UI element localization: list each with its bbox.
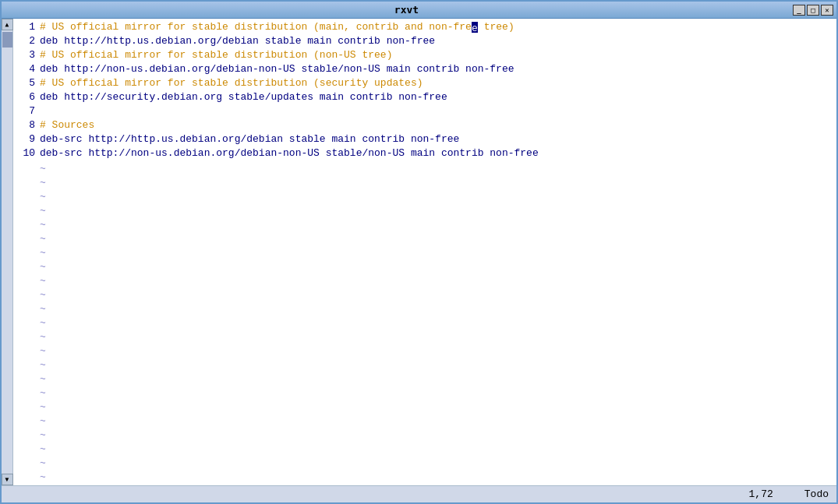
line-number-7: 7 — [16, 104, 40, 118]
line-content-1: # US official mirror for stable distribu… — [40, 20, 833, 34]
tilde-line: ~ — [16, 190, 833, 204]
line-content-3: # US official mirror for stable distribu… — [40, 48, 833, 62]
line-number-10: 10 — [16, 146, 40, 160]
line-number-5: 5 — [16, 76, 40, 90]
editor-mode: Todo — [804, 488, 829, 500]
tilde-line: ~ — [16, 358, 833, 372]
line-content-4: deb http://non-us.debian.org/debian-non-… — [40, 62, 833, 76]
titlebar-buttons: _ □ ✕ — [793, 5, 833, 16]
tilde-line: ~ — [16, 414, 833, 428]
tilde-line: ~ — [16, 400, 833, 414]
tilde-line: ~ — [16, 288, 833, 302]
window-title: rxvt — [20, 4, 793, 16]
tilde-line: ~ — [16, 232, 833, 246]
tilde-line: ~ — [16, 344, 833, 358]
tilde-line: ~ — [16, 302, 833, 316]
minimize-button[interactable]: _ — [793, 5, 805, 16]
tilde-line: ~ — [16, 316, 833, 330]
line-content-2: deb http://http.us.debian.org/debian sta… — [40, 34, 833, 48]
line-9: 9 deb-src http://http.us.debian.org/debi… — [16, 132, 833, 146]
line-content-6: deb http://security.debian.org stable/up… — [40, 90, 833, 104]
tilde-line: ~ — [16, 428, 833, 442]
tilde-line: ~ — [16, 372, 833, 386]
close-button[interactable]: ✕ — [821, 5, 833, 16]
tilde-line: ~ — [16, 204, 833, 218]
line-content-5: # US official mirror for stable distribu… — [40, 76, 833, 90]
line-2: 2 deb http://http.us.debian.org/debian s… — [16, 34, 833, 48]
line-8: 8 # Sources — [16, 118, 833, 132]
line-4: 4 deb http://non-us.debian.org/debian-no… — [16, 62, 833, 76]
tilde-line: ~ — [16, 456, 833, 471]
tilde-line: ~ — [16, 260, 833, 274]
line-3: 3 # US official mirror for stable distri… — [16, 48, 833, 62]
text-editor-content[interactable]: 1 # US official mirror for stable distri… — [13, 19, 836, 485]
editor-area: ▲ ▼ 1 # US official mirror for stable di… — [2, 19, 836, 485]
scrollbar-left[interactable]: ▲ ▼ — [2, 19, 13, 485]
tilde-line: ~ — [16, 386, 833, 400]
line-number-1: 1 — [16, 20, 40, 34]
statusbar: 1,72 Todo — [2, 485, 836, 502]
tilde-line: ~ — [16, 471, 833, 485]
line-10: 10 deb-src http://non-us.debian.org/debi… — [16, 146, 833, 160]
line-content-10: deb-src http://non-us.debian.org/debian-… — [40, 146, 833, 160]
line-6: 6 deb http://security.debian.org stable/… — [16, 90, 833, 104]
line-number-4: 4 — [16, 62, 40, 76]
scroll-thumb[interactable] — [2, 32, 12, 48]
scroll-up-arrow[interactable]: ▲ — [2, 19, 13, 30]
tilde-line: ~ — [16, 274, 833, 288]
line-number-3: 3 — [16, 48, 40, 62]
line-content-9: deb-src http://http.us.debian.org/debian… — [40, 132, 833, 146]
tilde-line: ~ — [16, 176, 833, 190]
line-7: 7 — [16, 104, 833, 118]
tilde-line: ~ — [16, 330, 833, 344]
text-cursor: e — [472, 22, 478, 33]
scroll-down-arrow[interactable]: ▼ — [2, 474, 13, 485]
line-number-8: 8 — [16, 118, 40, 132]
tilde-line: ~ — [16, 246, 833, 260]
line-content-8: # Sources — [40, 118, 833, 132]
line-number-6: 6 — [16, 90, 40, 104]
line-5: 5 # US official mirror for stable distri… — [16, 76, 833, 90]
maximize-button[interactable]: □ — [807, 5, 819, 16]
tilde-line: ~ — [16, 162, 833, 176]
tilde-line: ~ — [16, 218, 833, 232]
cursor-position: 1,72 — [749, 488, 773, 500]
titlebar: rxvt _ □ ✕ — [2, 2, 836, 19]
tilde-lines: ~~~~~~~~~~~~~~~~~~~~~~~~~~~~~~~~ — [16, 162, 833, 485]
line-number-2: 2 — [16, 34, 40, 48]
main-window: rxvt _ □ ✕ ▲ ▼ 1 # US official mirror fo… — [0, 0, 838, 504]
line-number-9: 9 — [16, 132, 40, 146]
line-1: 1 # US official mirror for stable distri… — [16, 20, 833, 34]
tilde-line: ~ — [16, 442, 833, 456]
